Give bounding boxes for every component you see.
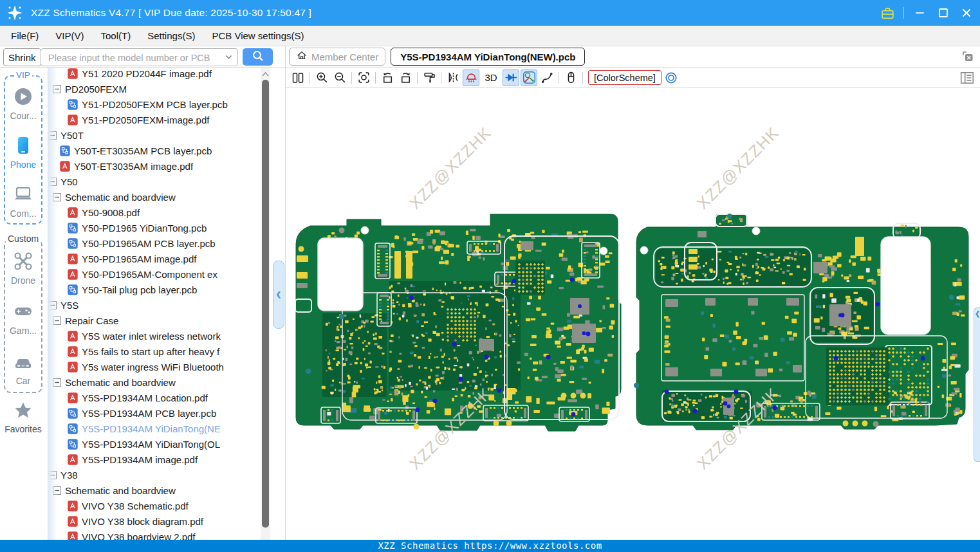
vip-briefcase-icon[interactable]: [880, 6, 894, 20]
search-button[interactable]: [243, 48, 273, 66]
tree-item[interactable]: Y5s water ingress WiFi Bluetooth: [48, 359, 261, 374]
collapse-tree-handle[interactable]: ❮: [273, 261, 284, 329]
tree-item[interactable]: VIVO Y38 boardview 2.pdf: [48, 529, 261, 540]
tree-item-label: Y51-PD2050FEXM-image.pdf: [82, 115, 209, 125]
sidebar-item-game[interactable]: Gam...: [5, 302, 41, 336]
panel-toggle-icon[interactable]: [959, 71, 975, 87]
collapse-icon[interactable]: [53, 193, 61, 201]
pcb-board-view[interactable]: XZZ@XZZHKXZZ@XZZHKXZZ@XZZHKXZZ@XZZHK: [286, 88, 980, 540]
tree-group[interactable]: Repair Case: [48, 313, 261, 328]
collapse-icon[interactable]: [48, 301, 57, 309]
close-all-tabs-icon[interactable]: [961, 50, 974, 66]
maximize-icon[interactable]: [936, 6, 950, 20]
menu-item-pcb-view-settings[interactable]: PCB View settings(S): [203, 26, 312, 46]
watermark: XZZ@XZZHK: [405, 123, 495, 212]
menu-item-file[interactable]: File(F): [3, 26, 47, 46]
tree-item[interactable]: Y5S-PD1934AM YiDianTong(OL: [48, 436, 261, 452]
sidebar-item-favorites[interactable]: Favorites: [4, 401, 42, 434]
mouse-icon[interactable]: [562, 69, 579, 86]
member-center-button[interactable]: Member Center: [289, 48, 385, 66]
measure-icon[interactable]: [521, 69, 537, 86]
collapse-icon[interactable]: [53, 486, 61, 495]
tree-item[interactable]: Y51-PD2050FEXM PCB layer.pcb: [48, 97, 261, 112]
tree-item[interactable]: Y50-PD1965AM image.pdf: [48, 251, 261, 266]
menu-item-tool[interactable]: Tool(T): [93, 26, 140, 46]
zoom-in-icon[interactable]: [313, 69, 330, 86]
minimize-icon[interactable]: [913, 6, 927, 20]
search-input[interactable]: [47, 50, 220, 66]
drone-icon: [14, 252, 33, 273]
tree-item[interactable]: VIVO Y38 block diagram.pdf: [48, 513, 261, 529]
menu-item-vip[interactable]: VIP(V): [47, 26, 92, 46]
split-view-icon[interactable]: [290, 69, 306, 86]
tree-item[interactable]: Y5s fails to start up after heavy f: [48, 344, 261, 359]
collapse-icon[interactable]: [48, 178, 57, 186]
diode-icon[interactable]: [503, 69, 519, 86]
expand-right-panel-handle[interactable]: ❮: [974, 308, 980, 462]
chevron-down-icon[interactable]: [224, 52, 234, 64]
tree-group[interactable]: Y38: [48, 467, 261, 483]
tree-group[interactable]: Schematic and boardview: [48, 483, 261, 498]
scrollbar-thumb[interactable]: [262, 80, 269, 528]
tree-group[interactable]: Schematic and boardview: [48, 374, 261, 390]
tree-item[interactable]: Y50T-ET3035AM image.pdf: [48, 158, 261, 174]
tree-scrollbar[interactable]: [261, 68, 270, 540]
close-icon[interactable]: [959, 6, 974, 20]
tree-item[interactable]: Y50-PD1965AM PCB layer.pcb: [48, 235, 261, 251]
tree-item[interactable]: Y5S-PD1934AM image.pdf: [48, 452, 261, 467]
rotate-left-icon[interactable]: [379, 69, 396, 86]
fit-screen-icon[interactable]: [355, 69, 372, 86]
collapse-icon[interactable]: [53, 85, 61, 93]
tree-item[interactable]: Y51-PD2050FEXM-image.pdf: [48, 112, 261, 127]
tree-group[interactable]: Y50: [48, 174, 261, 189]
tree-item[interactable]: Y5S-PD1934AM YiDianTong(NE: [48, 421, 261, 436]
collapse-icon[interactable]: [53, 378, 61, 387]
tree-item-label: Schematic and boardview: [65, 485, 176, 496]
paint-roller-icon[interactable]: [421, 69, 438, 86]
tree-item[interactable]: Y50-PD1965 YiDianTong.pcb: [48, 220, 261, 235]
tree-group[interactable]: Y50T: [48, 127, 261, 143]
color-scheme-button[interactable]: [ColorScheme]: [588, 70, 661, 85]
eye-target-icon[interactable]: [663, 69, 680, 86]
tree-group[interactable]: Schematic and boardview: [48, 189, 261, 205]
sidebar-item-computer[interactable]: Com...: [5, 185, 41, 219]
sidebar-item-label: Cour...: [10, 111, 36, 121]
tree-group[interactable]: Y5S: [48, 297, 261, 313]
collapse-icon[interactable]: [48, 471, 57, 479]
tree-item[interactable]: Y50-Tail plug pcb layer.pcb: [48, 282, 261, 297]
sidebar-item-course[interactable]: Cour...: [5, 87, 41, 121]
tree-item[interactable]: Y50-9008.pdf: [48, 205, 261, 220]
tree-item-label: Y50T-ET3035AM PCB layer.pcb: [74, 145, 212, 156]
tree-item[interactable]: Y5S-PD1934AM PCB layer.pcb: [48, 405, 261, 421]
zoom-out-icon[interactable]: [331, 69, 348, 86]
shrink-button[interactable]: Shrink: [3, 48, 41, 66]
active-pcb-tab[interactable]: Y5S-PD1934AM YiDianTong(NEW).pcb: [391, 48, 585, 66]
computer-icon: [14, 185, 33, 207]
sidebar-item-car[interactable]: Car: [5, 352, 41, 386]
pcb-viewer[interactable]: XZZ@XZZHKXZZ@XZZHKXZZ@XZZHKXZZ@XZZHK: [285, 88, 980, 540]
scroll-up-icon[interactable]: [261, 69, 270, 80]
tree-item[interactable]: Y51 2020 PD2044F image.pdf: [48, 68, 261, 81]
tree-group[interactable]: PD2050FEXM: [48, 81, 261, 97]
search-field[interactable]: [41, 48, 238, 66]
sidebar-item-drone[interactable]: Drone: [5, 252, 41, 286]
led-lamp-icon[interactable]: [463, 69, 479, 86]
collapse-icon[interactable]: [53, 317, 61, 325]
tree-item[interactable]: VIVO Y38 Schematic.pdf: [48, 498, 261, 513]
car-icon: [14, 352, 33, 374]
collapse-icon[interactable]: [48, 131, 57, 140]
menu-item-settings[interactable]: Settings(S): [139, 26, 203, 46]
tree-item[interactable]: Y50-PD1965AM-Component ex: [48, 266, 261, 282]
chevron-left-icon: ❮: [975, 311, 980, 317]
tree-item[interactable]: Y5S-PD1934AM Location.pdf: [48, 390, 261, 405]
watermark: XZZ@XZZHK: [693, 123, 782, 212]
rotate-right-icon[interactable]: [397, 69, 414, 86]
tree-item[interactable]: Y5S water inlet wireless network: [48, 328, 261, 344]
sidebar-item-phone[interactable]: Phone: [5, 136, 41, 170]
toolbar-separator: [375, 72, 376, 84]
trace-curve-icon[interactable]: [539, 69, 555, 86]
mirror-flip-icon[interactable]: [445, 69, 461, 86]
tree-item[interactable]: Y50T-ET3035AM PCB layer.pcb: [48, 143, 261, 158]
sidebar-group-vip: VIPCour...PhoneCom...: [4, 75, 42, 225]
view-3d-button[interactable]: 3D: [481, 69, 501, 86]
